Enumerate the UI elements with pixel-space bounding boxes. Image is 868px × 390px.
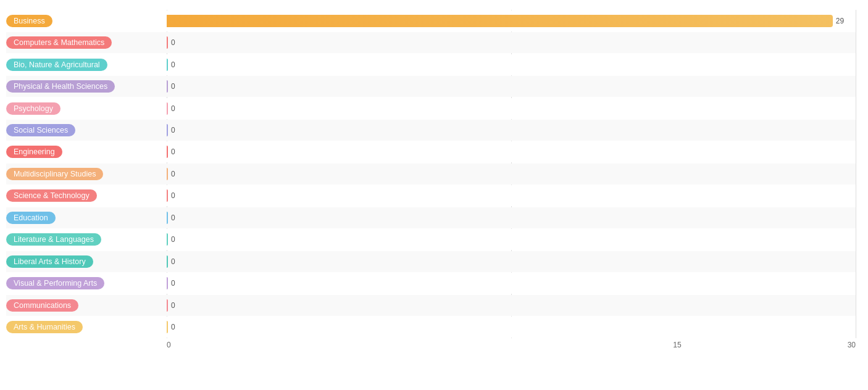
bar-row: Business29 xyxy=(6,10,856,31)
bar-label: Business xyxy=(6,15,52,27)
bar xyxy=(167,189,168,202)
bar-value: 0 xyxy=(171,126,175,135)
bar-row: Physical & Health Sciences0 xyxy=(6,76,856,97)
bar-label: Computers & Mathematics xyxy=(6,36,112,49)
bar xyxy=(167,36,168,49)
bar xyxy=(167,59,168,71)
bar-value: 0 xyxy=(171,60,175,69)
bar-row: Visual & Performing Arts0 xyxy=(6,273,856,294)
bar xyxy=(167,80,168,93)
x-axis-label: 30 xyxy=(848,341,856,349)
bar xyxy=(167,146,168,158)
x-axis-label: 15 xyxy=(507,341,847,349)
bar-label: Education xyxy=(6,212,56,224)
bar-row: Science & Technology0 xyxy=(6,185,856,206)
bar-value: 0 xyxy=(171,147,175,156)
grid-line xyxy=(856,10,856,338)
bar-value: 0 xyxy=(171,170,175,178)
bar xyxy=(167,255,168,268)
bar-value: 0 xyxy=(171,38,175,47)
chart-area: Business29Computers & Mathematics0Bio, N… xyxy=(6,10,856,338)
x-axis-label: 0 xyxy=(167,341,507,349)
bar-value: 0 xyxy=(171,235,175,244)
bar-row: Communications0 xyxy=(6,295,856,316)
bar-row: Engineering0 xyxy=(6,141,856,162)
bar-value: 0 xyxy=(171,214,175,222)
bar-value: 0 xyxy=(171,323,175,331)
bar-value: 0 xyxy=(171,191,175,200)
bars-section: Business29Computers & Mathematics0Bio, N… xyxy=(6,10,856,338)
bar-row: Liberal Arts & History0 xyxy=(6,251,856,272)
bar xyxy=(167,321,168,333)
bar-label: Psychology xyxy=(6,102,61,115)
bar xyxy=(167,168,168,180)
bar-label: Literature & Languages xyxy=(6,233,101,246)
bar-value: 0 xyxy=(171,104,175,113)
bar-value: 29 xyxy=(836,17,844,25)
bar-row: Computers & Mathematics0 xyxy=(6,32,856,53)
bar-label: Multidisciplinary Studies xyxy=(6,168,103,180)
bar-label: Arts & Humanities xyxy=(6,321,83,333)
bar-label: Visual & Performing Arts xyxy=(6,277,104,289)
chart-container: Business29Computers & Mathematics0Bio, N… xyxy=(0,0,868,390)
bar xyxy=(167,102,168,115)
x-axis: 01530 xyxy=(6,341,856,349)
bar-label: Science & Technology xyxy=(6,189,97,202)
bar-label: Liberal Arts & History xyxy=(6,255,93,268)
bar-label: Physical & Health Sciences xyxy=(6,80,115,93)
bar-row: Literature & Languages0 xyxy=(6,229,856,250)
bar-label: Communications xyxy=(6,299,78,312)
bar xyxy=(167,15,833,27)
bar xyxy=(167,277,168,289)
bar-label: Engineering xyxy=(6,146,62,158)
bar-row: Education0 xyxy=(6,207,856,228)
bar-row: Multidisciplinary Studies0 xyxy=(6,164,856,185)
bar xyxy=(167,299,168,312)
bar-value: 0 xyxy=(171,279,175,288)
bar-label: Social Sciences xyxy=(6,124,75,136)
bar-row: Bio, Nature & Agricultural0 xyxy=(6,54,856,75)
bar xyxy=(167,233,168,246)
bar-row: Social Sciences0 xyxy=(6,120,856,141)
bar-row: Arts & Humanities0 xyxy=(6,317,856,338)
bar-value: 0 xyxy=(171,257,175,266)
bar xyxy=(167,212,168,224)
bar-value: 0 xyxy=(171,301,175,310)
bar xyxy=(167,124,168,136)
bar-row: Psychology0 xyxy=(6,98,856,119)
bar-label: Bio, Nature & Agricultural xyxy=(6,59,107,71)
bar-value: 0 xyxy=(171,82,175,91)
